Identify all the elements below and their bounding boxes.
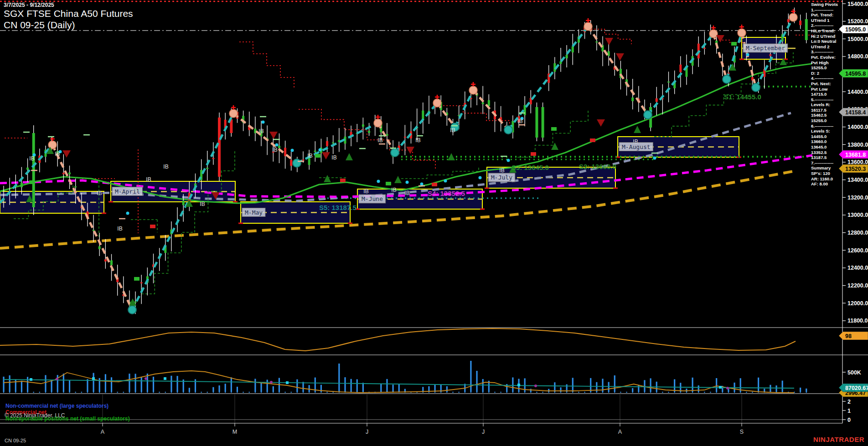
month-label-text: M-May bbox=[245, 209, 263, 216]
volume-zero-dot bbox=[248, 392, 250, 393]
inside-bar-label: IB bbox=[97, 190, 102, 196]
volume-zero-dot bbox=[602, 392, 604, 393]
volume-zero-dot bbox=[33, 392, 34, 393]
entry-square-green bbox=[29, 180, 35, 184]
volume-zero-dot bbox=[710, 392, 711, 393]
volume-zero-dot bbox=[171, 392, 172, 393]
volume-bar bbox=[800, 388, 801, 392]
volume-zero-dot bbox=[189, 392, 190, 393]
volume-bar bbox=[698, 385, 699, 392]
sidebar-line: SP's: 120 bbox=[811, 171, 842, 176]
axis-tick-label: 12000.0 bbox=[847, 300, 868, 307]
candle-body bbox=[362, 124, 364, 127]
volume-zero-dot bbox=[207, 392, 208, 393]
chart-subtitle: CN 09-25 (Daily) bbox=[4, 20, 75, 31]
tick-dash-green bbox=[390, 148, 396, 149]
swing-high-marker bbox=[584, 22, 592, 31]
up-arrow bbox=[324, 175, 331, 182]
volume-zero-dot bbox=[225, 392, 226, 393]
volume-zero-dot bbox=[590, 392, 591, 393]
volume-zero-dot bbox=[554, 392, 556, 393]
axis-tick-label: 13200.0 bbox=[847, 195, 868, 201]
volume-zero-dot bbox=[806, 392, 807, 393]
swing-high-marker bbox=[738, 29, 746, 37]
volume-bar bbox=[267, 379, 268, 392]
volume-zero-dot bbox=[3, 392, 5, 393]
month-label: A bbox=[618, 429, 622, 435]
tick-dash-green bbox=[519, 113, 525, 114]
inside-bar-dot bbox=[262, 121, 265, 124]
volume-zero-dot bbox=[482, 392, 484, 393]
inside-bar-label: IB bbox=[415, 137, 420, 144]
volume-bar bbox=[111, 377, 112, 392]
marker-cyan-square bbox=[164, 377, 166, 380]
inside-bar-dot bbox=[275, 144, 279, 147]
marker-purple-dot bbox=[270, 381, 273, 384]
volume-zero-dot bbox=[153, 392, 154, 393]
candle-body bbox=[182, 201, 185, 205]
sidebar-line: 13187.5 bbox=[811, 155, 842, 160]
volume-zero-dot bbox=[752, 392, 753, 393]
entry-square-green bbox=[315, 154, 320, 158]
candle-body bbox=[302, 159, 305, 160]
entry-square-red bbox=[432, 183, 437, 186]
volume-bar bbox=[237, 387, 238, 392]
inside-bar-dot bbox=[319, 149, 322, 152]
volume-zero-dot bbox=[458, 392, 460, 393]
candle-body bbox=[140, 282, 143, 283]
volume-zero-dot bbox=[686, 392, 687, 393]
volume-zero-dot bbox=[656, 392, 657, 393]
volume-zero-dot bbox=[740, 392, 741, 393]
volume-zero-dot bbox=[470, 392, 472, 393]
volume-zero-dot bbox=[81, 392, 83, 393]
sidebar-line: Hi:2 UTrend bbox=[811, 34, 842, 39]
sidebar-line: Summary bbox=[811, 165, 842, 171]
volume-zero-dot bbox=[237, 392, 238, 393]
support-trail-green bbox=[517, 109, 588, 157]
volume-zero-dot bbox=[800, 392, 801, 393]
volume-zero-dot bbox=[620, 392, 621, 393]
inside-bar-label: IB bbox=[272, 147, 277, 153]
inside-bar-label: IB bbox=[331, 154, 336, 161]
volume-bar bbox=[650, 378, 651, 392]
sidebar-line: 1.------------- bbox=[811, 7, 842, 13]
month-label: M bbox=[232, 429, 237, 435]
down-arrow bbox=[322, 152, 330, 159]
sidebar-line: Levels S: bbox=[811, 128, 842, 134]
inside-bar-label: IB bbox=[117, 226, 122, 232]
volume-bar bbox=[356, 379, 358, 392]
volume-bar bbox=[87, 379, 88, 392]
tab-cn-09-25[interactable]: CN 09-25 bbox=[5, 438, 26, 443]
axis-tick-label: 12600.0 bbox=[847, 247, 868, 254]
volume-bar bbox=[189, 388, 190, 392]
volume-bar bbox=[147, 374, 148, 392]
swing-zigzag bbox=[455, 90, 473, 127]
volume-bar bbox=[153, 377, 154, 392]
tick-dash-green bbox=[83, 134, 90, 136]
volume-bar bbox=[398, 384, 400, 392]
axis-tick-label: 15000.0 bbox=[847, 36, 868, 42]
sidebar-line: 16117.5 bbox=[811, 108, 842, 113]
entry-square-green bbox=[731, 42, 737, 46]
marker-purple-dot bbox=[56, 378, 58, 380]
volume-zero-dot bbox=[704, 392, 705, 393]
candle-body bbox=[679, 65, 682, 72]
sidebar-line: 15462.5 bbox=[811, 113, 842, 118]
volume-bar bbox=[764, 389, 765, 392]
volume-zero-dot bbox=[309, 392, 310, 393]
volume-bar bbox=[231, 377, 232, 392]
price-chart-canvas[interactable]: IBIBIBIBIBIBIBIBIBIBIBIBIBIBIBIBIBIBIBIB… bbox=[0, 0, 868, 446]
volume-zero-dot bbox=[75, 392, 76, 393]
volume-bar bbox=[225, 384, 226, 392]
volume-zero-dot bbox=[644, 392, 646, 393]
swing-high-marker bbox=[709, 30, 718, 38]
marker-cyan-square bbox=[286, 381, 289, 384]
box-corner-tick bbox=[480, 209, 485, 210]
candle-body bbox=[703, 48, 706, 49]
volume-bar bbox=[21, 381, 22, 392]
month-label: S bbox=[740, 429, 744, 435]
volume-bar bbox=[105, 374, 106, 392]
box-corner-tick bbox=[739, 59, 744, 60]
axis-tick-label: 14800.0 bbox=[847, 53, 868, 60]
candle-body bbox=[799, 21, 801, 25]
